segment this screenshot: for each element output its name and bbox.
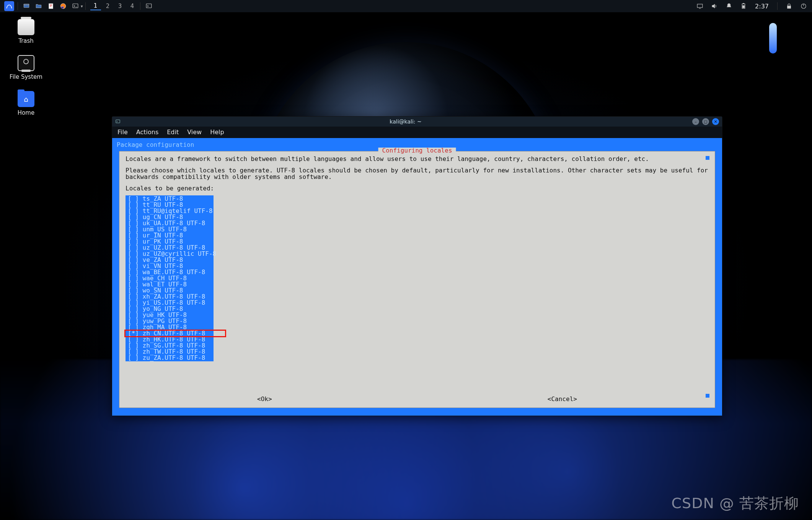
terminal-launcher-icon[interactable] [70, 1, 80, 11]
top-panel: ▾ 1234 2:37 [0, 0, 812, 12]
panel-separator [18, 2, 18, 10]
desktop-icon-home[interactable]: ⌂ Home [7, 91, 45, 116]
menu-file[interactable]: File [117, 128, 128, 136]
workspace-1[interactable]: 1 [90, 2, 101, 10]
filesystem-icon [18, 55, 34, 71]
locale-option[interactable]: [ ] zu_ZA.UTF-8 UTF-8 [126, 355, 214, 361]
show-desktop-icon[interactable] [21, 1, 31, 11]
desktop-icon-trash[interactable]: Trash [7, 19, 45, 44]
ok-button[interactable]: <Ok> [257, 396, 272, 402]
desktop-icon-label: Trash [18, 37, 34, 44]
dialog-prompt: Locales to be generated: [123, 182, 711, 193]
close-button[interactable]: ✕ [712, 118, 719, 125]
menu-help[interactable]: Help [210, 128, 224, 136]
clock[interactable]: 2:37 [755, 3, 769, 10]
dialog-title: Configuring locales [378, 148, 456, 154]
dialog-intro-2: Please choose which locales to generate.… [123, 164, 711, 182]
window-title: kali@kali: ~ [122, 119, 689, 125]
dialog-buttons: <Ok> <Cancel> [119, 396, 715, 402]
home-folder-icon: ⌂ [18, 91, 34, 107]
workspace-4[interactable]: 4 [127, 2, 138, 10]
workspace-2[interactable]: 2 [103, 2, 113, 10]
terminal-body-wrap: Package configuration Configuring locale… [112, 138, 722, 416]
taskbar-terminal-icon[interactable] [144, 1, 154, 11]
firefox-icon[interactable] [58, 1, 68, 11]
minimize-button[interactable]: – [692, 118, 699, 125]
svg-rect-4 [73, 4, 78, 8]
power-icon[interactable] [799, 2, 808, 10]
svg-rect-8 [743, 3, 744, 4]
panel-separator [777, 2, 778, 10]
svg-rect-12 [116, 120, 120, 123]
locale-list[interactable]: [ ] ts_ZA UTF-8[ ] tt_RU UTF-8[ ] tt_RU@… [126, 195, 214, 361]
window-titlebar[interactable]: kali@kali: ~ – ◻ ✕ [112, 117, 722, 127]
workspace-3[interactable]: 3 [115, 2, 126, 10]
csdn-watermark: CSDN @ 苦茶折柳 [672, 494, 799, 513]
svg-rect-9 [743, 6, 745, 8]
maximize-button[interactable]: ◻ [702, 118, 709, 125]
battery-icon[interactable] [739, 2, 748, 10]
notification-bubble [769, 23, 777, 54]
kali-menu-icon[interactable] [4, 1, 14, 11]
menu-actions[interactable]: Actions [136, 128, 158, 136]
terminal-body[interactable]: Package configuration Configuring locale… [115, 141, 719, 413]
dialog-scrollbar[interactable] [706, 156, 709, 398]
trash-icon [18, 19, 34, 35]
locale-dialog: Configuring locales Locales are a framew… [119, 151, 715, 408]
svg-rect-1 [24, 4, 29, 5]
terminal-titlebar-icon [115, 119, 121, 124]
volume-icon[interactable] [710, 2, 719, 10]
file-manager-icon[interactable] [34, 1, 44, 11]
workspace-switcher: 1234 [90, 2, 138, 10]
svg-rect-5 [146, 4, 152, 8]
terminal-window: kali@kali: ~ – ◻ ✕ File Actions Edit Vie… [112, 116, 722, 416]
dropdown-caret-icon[interactable]: ▾ [81, 4, 83, 9]
panel-separator [140, 2, 140, 10]
menu-view[interactable]: View [187, 128, 202, 136]
svg-rect-6 [697, 4, 703, 8]
svg-rect-10 [788, 6, 791, 8]
system-tray: 2:37 [695, 2, 809, 10]
desktop-icon-label: File System [10, 73, 42, 80]
text-editor-icon[interactable] [46, 1, 56, 11]
lock-icon[interactable] [785, 2, 793, 10]
cancel-button[interactable]: <Cancel> [548, 396, 577, 402]
menu-edit[interactable]: Edit [167, 128, 179, 136]
desktop-icons: Trash File System ⌂ Home [7, 19, 45, 116]
terminal-menubar: File Actions Edit View Help [112, 127, 722, 138]
notifications-icon[interactable] [725, 2, 733, 10]
desktop-icon-label: Home [18, 109, 34, 116]
svg-rect-2 [49, 3, 53, 9]
scroll-up-icon[interactable] [706, 156, 709, 160]
desktop-icon-filesystem[interactable]: File System [7, 55, 45, 80]
display-icon[interactable] [696, 2, 704, 10]
panel-separator [85, 2, 86, 10]
